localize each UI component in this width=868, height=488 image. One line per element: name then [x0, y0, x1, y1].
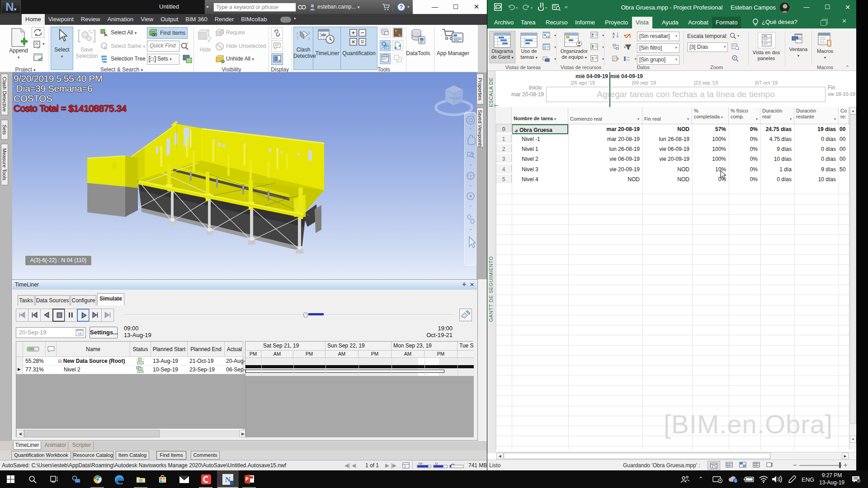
svg-text:N: N [225, 475, 231, 484]
svg-text:P: P [245, 477, 249, 482]
svg-text:15: 15 [78, 332, 82, 336]
svg-text:Z: Z [613, 35, 615, 38]
svg-text:?: ? [400, 4, 403, 10]
svg-text:A: A [613, 32, 615, 35]
